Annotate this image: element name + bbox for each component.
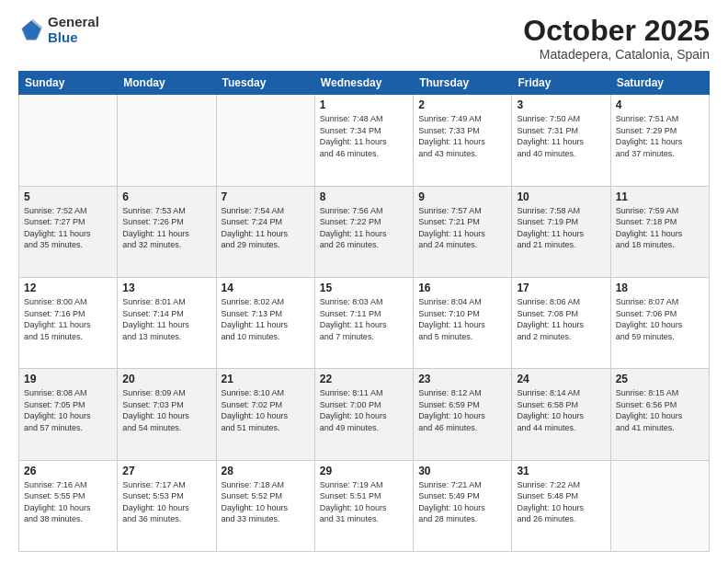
table-row: 6Sunrise: 7:53 AM Sunset: 7:26 PM Daylig… <box>118 186 216 277</box>
table-row <box>19 95 118 186</box>
table-row: 9Sunrise: 7:57 AM Sunset: 7:21 PM Daylig… <box>414 186 512 277</box>
day-info: Sunrise: 7:52 AM Sunset: 7:27 PM Dayligh… <box>24 205 112 251</box>
day-number: 18 <box>616 282 704 294</box>
day-number: 20 <box>122 373 210 385</box>
calendar-table: Sunday Monday Tuesday Wednesday Thursday… <box>18 71 710 552</box>
day-number: 10 <box>517 190 605 203</box>
day-info: Sunrise: 7:50 AM Sunset: 7:31 PM Dayligh… <box>517 113 605 159</box>
calendar-week-row: 26Sunrise: 7:16 AM Sunset: 5:55 PM Dayli… <box>19 460 710 551</box>
day-info: Sunrise: 8:09 AM Sunset: 7:03 PM Dayligh… <box>122 387 210 433</box>
table-row: 23Sunrise: 8:12 AM Sunset: 6:59 PM Dayli… <box>414 369 512 460</box>
day-number: 26 <box>24 465 112 477</box>
day-number: 8 <box>320 190 408 203</box>
day-info: Sunrise: 7:18 AM Sunset: 5:52 PM Dayligh… <box>222 479 310 525</box>
day-number: 19 <box>24 373 112 385</box>
day-info: Sunrise: 7:54 AM Sunset: 7:24 PM Dayligh… <box>222 205 310 251</box>
day-info: Sunrise: 8:08 AM Sunset: 7:05 PM Dayligh… <box>24 387 112 433</box>
day-number: 13 <box>122 282 210 294</box>
table-row: 11Sunrise: 7:59 AM Sunset: 7:18 PM Dayli… <box>610 186 709 277</box>
table-row: 19Sunrise: 8:08 AM Sunset: 7:05 PM Dayli… <box>19 369 118 460</box>
day-number: 1 <box>320 98 408 111</box>
day-info: Sunrise: 8:02 AM Sunset: 7:13 PM Dayligh… <box>222 296 310 342</box>
calendar-week-row: 19Sunrise: 8:08 AM Sunset: 7:05 PM Dayli… <box>19 369 710 460</box>
table-row: 13Sunrise: 8:01 AM Sunset: 7:14 PM Dayli… <box>118 277 216 368</box>
day-number: 21 <box>222 373 310 385</box>
table-row: 4Sunrise: 7:51 AM Sunset: 7:29 PM Daylig… <box>610 95 709 186</box>
table-row: 20Sunrise: 8:09 AM Sunset: 7:03 PM Dayli… <box>118 369 216 460</box>
table-row: 28Sunrise: 7:18 AM Sunset: 5:52 PM Dayli… <box>216 460 314 551</box>
day-number: 28 <box>222 465 310 477</box>
logo: General Blue <box>18 15 99 45</box>
day-number: 11 <box>616 190 704 203</box>
month-title: October 2025 <box>523 15 710 47</box>
col-friday: Friday <box>512 72 610 95</box>
table-row: 12Sunrise: 8:00 AM Sunset: 7:16 PM Dayli… <box>19 277 118 368</box>
day-number: 17 <box>517 282 605 294</box>
day-info: Sunrise: 8:12 AM Sunset: 6:59 PM Dayligh… <box>418 387 506 433</box>
logo-general-text: General <box>48 15 99 30</box>
day-info: Sunrise: 8:15 AM Sunset: 6:56 PM Dayligh… <box>616 387 704 433</box>
day-number: 4 <box>616 98 704 111</box>
day-number: 31 <box>517 465 605 477</box>
calendar-week-row: 12Sunrise: 8:00 AM Sunset: 7:16 PM Dayli… <box>19 277 710 368</box>
table-row: 27Sunrise: 7:17 AM Sunset: 5:53 PM Dayli… <box>118 460 216 551</box>
logo-text: General Blue <box>48 15 99 45</box>
title-block: October 2025 Matadepera, Catalonia, Spai… <box>523 15 710 62</box>
day-info: Sunrise: 8:11 AM Sunset: 7:00 PM Dayligh… <box>320 387 408 433</box>
day-info: Sunrise: 7:21 AM Sunset: 5:49 PM Dayligh… <box>418 479 506 525</box>
table-row: 26Sunrise: 7:16 AM Sunset: 5:55 PM Dayli… <box>19 460 118 551</box>
calendar-week-row: 1Sunrise: 7:48 AM Sunset: 7:34 PM Daylig… <box>19 95 710 186</box>
day-info: Sunrise: 7:19 AM Sunset: 5:51 PM Dayligh… <box>320 479 408 525</box>
day-number: 5 <box>24 190 112 203</box>
day-number: 6 <box>122 190 210 203</box>
day-info: Sunrise: 8:01 AM Sunset: 7:14 PM Dayligh… <box>122 296 210 342</box>
day-number: 23 <box>418 373 506 385</box>
calendar-week-row: 5Sunrise: 7:52 AM Sunset: 7:27 PM Daylig… <box>19 186 710 277</box>
logo-icon <box>18 17 44 43</box>
day-info: Sunrise: 8:06 AM Sunset: 7:08 PM Dayligh… <box>517 296 605 342</box>
table-row: 29Sunrise: 7:19 AM Sunset: 5:51 PM Dayli… <box>314 460 413 551</box>
header: General Blue October 2025 Matadepera, Ca… <box>18 15 710 62</box>
table-row: 7Sunrise: 7:54 AM Sunset: 7:24 PM Daylig… <box>216 186 314 277</box>
day-info: Sunrise: 7:48 AM Sunset: 7:34 PM Dayligh… <box>320 113 408 159</box>
day-info: Sunrise: 8:04 AM Sunset: 7:10 PM Dayligh… <box>418 296 506 342</box>
table-row: 8Sunrise: 7:56 AM Sunset: 7:22 PM Daylig… <box>314 186 413 277</box>
day-info: Sunrise: 7:17 AM Sunset: 5:53 PM Dayligh… <box>122 479 210 525</box>
day-number: 2 <box>418 98 506 111</box>
table-row: 24Sunrise: 8:14 AM Sunset: 6:58 PM Dayli… <box>512 369 610 460</box>
day-info: Sunrise: 7:58 AM Sunset: 7:19 PM Dayligh… <box>517 205 605 251</box>
day-info: Sunrise: 7:53 AM Sunset: 7:26 PM Dayligh… <box>122 205 210 251</box>
table-row: 16Sunrise: 8:04 AM Sunset: 7:10 PM Dayli… <box>414 277 512 368</box>
col-sunday: Sunday <box>19 72 118 95</box>
table-row: 1Sunrise: 7:48 AM Sunset: 7:34 PM Daylig… <box>314 95 413 186</box>
day-info: Sunrise: 8:10 AM Sunset: 7:02 PM Dayligh… <box>222 387 310 433</box>
day-number: 3 <box>517 98 605 111</box>
day-info: Sunrise: 7:49 AM Sunset: 7:33 PM Dayligh… <box>418 113 506 159</box>
table-row: 31Sunrise: 7:22 AM Sunset: 5:48 PM Dayli… <box>512 460 610 551</box>
day-number: 22 <box>320 373 408 385</box>
page: General Blue October 2025 Matadepera, Ca… <box>0 0 728 563</box>
day-number: 30 <box>418 465 506 477</box>
col-saturday: Saturday <box>610 72 709 95</box>
day-info: Sunrise: 7:56 AM Sunset: 7:22 PM Dayligh… <box>320 205 408 251</box>
day-info: Sunrise: 7:22 AM Sunset: 5:48 PM Dayligh… <box>517 479 605 525</box>
day-info: Sunrise: 7:59 AM Sunset: 7:18 PM Dayligh… <box>616 205 704 251</box>
day-number: 24 <box>517 373 605 385</box>
table-row <box>610 460 709 551</box>
day-number: 16 <box>418 282 506 294</box>
day-info: Sunrise: 8:07 AM Sunset: 7:06 PM Dayligh… <box>616 296 704 342</box>
table-row: 25Sunrise: 8:15 AM Sunset: 6:56 PM Dayli… <box>610 369 709 460</box>
day-number: 12 <box>24 282 112 294</box>
table-row: 18Sunrise: 8:07 AM Sunset: 7:06 PM Dayli… <box>610 277 709 368</box>
table-row: 2Sunrise: 7:49 AM Sunset: 7:33 PM Daylig… <box>414 95 512 186</box>
day-info: Sunrise: 7:51 AM Sunset: 7:29 PM Dayligh… <box>616 113 704 159</box>
day-info: Sunrise: 7:57 AM Sunset: 7:21 PM Dayligh… <box>418 205 506 251</box>
day-info: Sunrise: 8:14 AM Sunset: 6:58 PM Dayligh… <box>517 387 605 433</box>
table-row: 5Sunrise: 7:52 AM Sunset: 7:27 PM Daylig… <box>19 186 118 277</box>
table-row: 14Sunrise: 8:02 AM Sunset: 7:13 PM Dayli… <box>216 277 314 368</box>
col-tuesday: Tuesday <box>216 72 314 95</box>
col-thursday: Thursday <box>414 72 512 95</box>
logo-blue-text: Blue <box>48 30 99 46</box>
table-row: 3Sunrise: 7:50 AM Sunset: 7:31 PM Daylig… <box>512 95 610 186</box>
day-info: Sunrise: 7:16 AM Sunset: 5:55 PM Dayligh… <box>24 479 112 525</box>
